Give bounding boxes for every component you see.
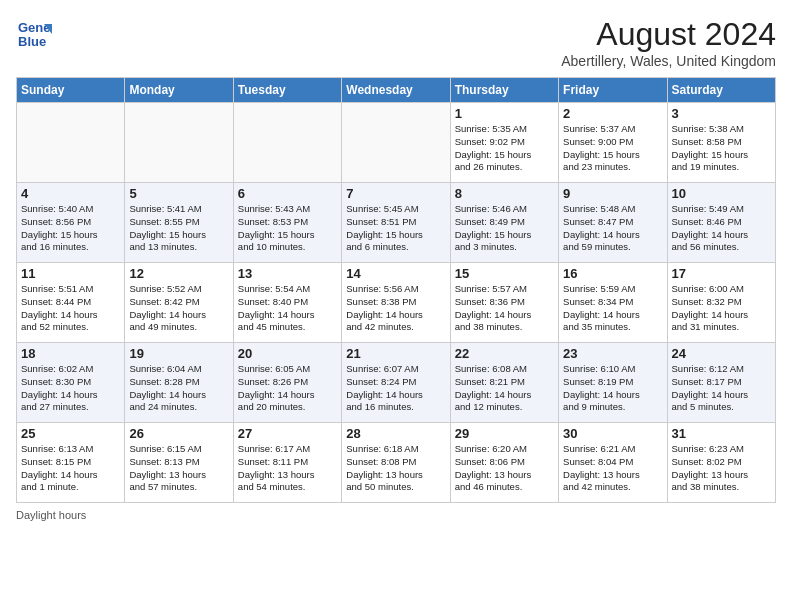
day-number: 9 — [563, 186, 662, 201]
calendar-cell: 28Sunrise: 6:18 AM Sunset: 8:08 PM Dayli… — [342, 423, 450, 503]
day-number: 24 — [672, 346, 771, 361]
calendar-cell — [125, 103, 233, 183]
day-number: 12 — [129, 266, 228, 281]
svg-text:Blue: Blue — [18, 34, 46, 49]
day-info: Sunrise: 6:02 AM Sunset: 8:30 PM Dayligh… — [21, 363, 120, 414]
calendar-cell: 13Sunrise: 5:54 AM Sunset: 8:40 PM Dayli… — [233, 263, 341, 343]
day-number: 17 — [672, 266, 771, 281]
calendar-cell: 21Sunrise: 6:07 AM Sunset: 8:24 PM Dayli… — [342, 343, 450, 423]
calendar-cell: 11Sunrise: 5:51 AM Sunset: 8:44 PM Dayli… — [17, 263, 125, 343]
day-info: Sunrise: 5:41 AM Sunset: 8:55 PM Dayligh… — [129, 203, 228, 254]
day-info: Sunrise: 6:21 AM Sunset: 8:04 PM Dayligh… — [563, 443, 662, 494]
calendar-cell — [233, 103, 341, 183]
day-number: 23 — [563, 346, 662, 361]
logo: General Blue — [16, 16, 52, 52]
day-info: Sunrise: 6:17 AM Sunset: 8:11 PM Dayligh… — [238, 443, 337, 494]
day-number: 7 — [346, 186, 445, 201]
calendar-week-2: 4Sunrise: 5:40 AM Sunset: 8:56 PM Daylig… — [17, 183, 776, 263]
day-number: 5 — [129, 186, 228, 201]
calendar-cell: 30Sunrise: 6:21 AM Sunset: 8:04 PM Dayli… — [559, 423, 667, 503]
weekday-header-row: SundayMondayTuesdayWednesdayThursdayFrid… — [17, 78, 776, 103]
day-info: Sunrise: 6:05 AM Sunset: 8:26 PM Dayligh… — [238, 363, 337, 414]
day-info: Sunrise: 5:54 AM Sunset: 8:40 PM Dayligh… — [238, 283, 337, 334]
calendar-cell: 24Sunrise: 6:12 AM Sunset: 8:17 PM Dayli… — [667, 343, 775, 423]
day-info: Sunrise: 5:46 AM Sunset: 8:49 PM Dayligh… — [455, 203, 554, 254]
day-number: 15 — [455, 266, 554, 281]
weekday-header-wednesday: Wednesday — [342, 78, 450, 103]
calendar-cell: 8Sunrise: 5:46 AM Sunset: 8:49 PM Daylig… — [450, 183, 558, 263]
calendar-cell: 10Sunrise: 5:49 AM Sunset: 8:46 PM Dayli… — [667, 183, 775, 263]
day-info: Sunrise: 5:56 AM Sunset: 8:38 PM Dayligh… — [346, 283, 445, 334]
day-number: 26 — [129, 426, 228, 441]
day-info: Sunrise: 5:38 AM Sunset: 8:58 PM Dayligh… — [672, 123, 771, 174]
day-info: Sunrise: 6:00 AM Sunset: 8:32 PM Dayligh… — [672, 283, 771, 334]
weekday-header-friday: Friday — [559, 78, 667, 103]
day-number: 10 — [672, 186, 771, 201]
day-number: 30 — [563, 426, 662, 441]
day-info: Sunrise: 5:59 AM Sunset: 8:34 PM Dayligh… — [563, 283, 662, 334]
calendar-cell: 25Sunrise: 6:13 AM Sunset: 8:15 PM Dayli… — [17, 423, 125, 503]
weekday-header-monday: Monday — [125, 78, 233, 103]
month-year-title: August 2024 — [561, 16, 776, 53]
day-number: 18 — [21, 346, 120, 361]
weekday-header-sunday: Sunday — [17, 78, 125, 103]
calendar-cell: 6Sunrise: 5:43 AM Sunset: 8:53 PM Daylig… — [233, 183, 341, 263]
calendar-cell — [342, 103, 450, 183]
day-number: 22 — [455, 346, 554, 361]
day-info: Sunrise: 5:51 AM Sunset: 8:44 PM Dayligh… — [21, 283, 120, 334]
location-subtitle: Abertillery, Wales, United Kingdom — [561, 53, 776, 69]
calendar-cell: 20Sunrise: 6:05 AM Sunset: 8:26 PM Dayli… — [233, 343, 341, 423]
calendar-cell: 15Sunrise: 5:57 AM Sunset: 8:36 PM Dayli… — [450, 263, 558, 343]
weekday-header-tuesday: Tuesday — [233, 78, 341, 103]
day-number: 1 — [455, 106, 554, 121]
calendar-week-3: 11Sunrise: 5:51 AM Sunset: 8:44 PM Dayli… — [17, 263, 776, 343]
calendar-cell: 27Sunrise: 6:17 AM Sunset: 8:11 PM Dayli… — [233, 423, 341, 503]
day-info: Sunrise: 6:20 AM Sunset: 8:06 PM Dayligh… — [455, 443, 554, 494]
calendar-cell: 3Sunrise: 5:38 AM Sunset: 8:58 PM Daylig… — [667, 103, 775, 183]
day-number: 14 — [346, 266, 445, 281]
day-info: Sunrise: 6:23 AM Sunset: 8:02 PM Dayligh… — [672, 443, 771, 494]
day-info: Sunrise: 5:48 AM Sunset: 8:47 PM Dayligh… — [563, 203, 662, 254]
calendar-cell: 5Sunrise: 5:41 AM Sunset: 8:55 PM Daylig… — [125, 183, 233, 263]
calendar-cell: 29Sunrise: 6:20 AM Sunset: 8:06 PM Dayli… — [450, 423, 558, 503]
day-info: Sunrise: 5:35 AM Sunset: 9:02 PM Dayligh… — [455, 123, 554, 174]
weekday-header-thursday: Thursday — [450, 78, 558, 103]
calendar-cell: 22Sunrise: 6:08 AM Sunset: 8:21 PM Dayli… — [450, 343, 558, 423]
day-number: 20 — [238, 346, 337, 361]
day-info: Sunrise: 5:52 AM Sunset: 8:42 PM Dayligh… — [129, 283, 228, 334]
day-number: 21 — [346, 346, 445, 361]
day-info: Sunrise: 5:37 AM Sunset: 9:00 PM Dayligh… — [563, 123, 662, 174]
calendar-cell: 4Sunrise: 5:40 AM Sunset: 8:56 PM Daylig… — [17, 183, 125, 263]
day-number: 25 — [21, 426, 120, 441]
day-number: 28 — [346, 426, 445, 441]
calendar-week-5: 25Sunrise: 6:13 AM Sunset: 8:15 PM Dayli… — [17, 423, 776, 503]
calendar-cell: 12Sunrise: 5:52 AM Sunset: 8:42 PM Dayli… — [125, 263, 233, 343]
calendar-cell — [17, 103, 125, 183]
day-info: Sunrise: 5:45 AM Sunset: 8:51 PM Dayligh… — [346, 203, 445, 254]
calendar-cell: 14Sunrise: 5:56 AM Sunset: 8:38 PM Dayli… — [342, 263, 450, 343]
calendar-cell: 26Sunrise: 6:15 AM Sunset: 8:13 PM Dayli… — [125, 423, 233, 503]
day-info: Sunrise: 5:57 AM Sunset: 8:36 PM Dayligh… — [455, 283, 554, 334]
day-number: 31 — [672, 426, 771, 441]
day-info: Sunrise: 5:49 AM Sunset: 8:46 PM Dayligh… — [672, 203, 771, 254]
day-info: Sunrise: 6:08 AM Sunset: 8:21 PM Dayligh… — [455, 363, 554, 414]
title-area: August 2024 Abertillery, Wales, United K… — [561, 16, 776, 69]
day-number: 3 — [672, 106, 771, 121]
day-number: 6 — [238, 186, 337, 201]
calendar-cell: 17Sunrise: 6:00 AM Sunset: 8:32 PM Dayli… — [667, 263, 775, 343]
day-info: Sunrise: 6:12 AM Sunset: 8:17 PM Dayligh… — [672, 363, 771, 414]
calendar-cell: 1Sunrise: 5:35 AM Sunset: 9:02 PM Daylig… — [450, 103, 558, 183]
day-number: 19 — [129, 346, 228, 361]
day-info: Sunrise: 5:40 AM Sunset: 8:56 PM Dayligh… — [21, 203, 120, 254]
day-number: 29 — [455, 426, 554, 441]
day-info: Sunrise: 6:07 AM Sunset: 8:24 PM Dayligh… — [346, 363, 445, 414]
calendar-cell: 23Sunrise: 6:10 AM Sunset: 8:19 PM Dayli… — [559, 343, 667, 423]
day-number: 4 — [21, 186, 120, 201]
day-info: Sunrise: 6:18 AM Sunset: 8:08 PM Dayligh… — [346, 443, 445, 494]
calendar-cell: 16Sunrise: 5:59 AM Sunset: 8:34 PM Dayli… — [559, 263, 667, 343]
calendar-cell: 31Sunrise: 6:23 AM Sunset: 8:02 PM Dayli… — [667, 423, 775, 503]
calendar-cell: 18Sunrise: 6:02 AM Sunset: 8:30 PM Dayli… — [17, 343, 125, 423]
calendar-cell: 19Sunrise: 6:04 AM Sunset: 8:28 PM Dayli… — [125, 343, 233, 423]
day-info: Sunrise: 6:15 AM Sunset: 8:13 PM Dayligh… — [129, 443, 228, 494]
day-info: Sunrise: 5:43 AM Sunset: 8:53 PM Dayligh… — [238, 203, 337, 254]
